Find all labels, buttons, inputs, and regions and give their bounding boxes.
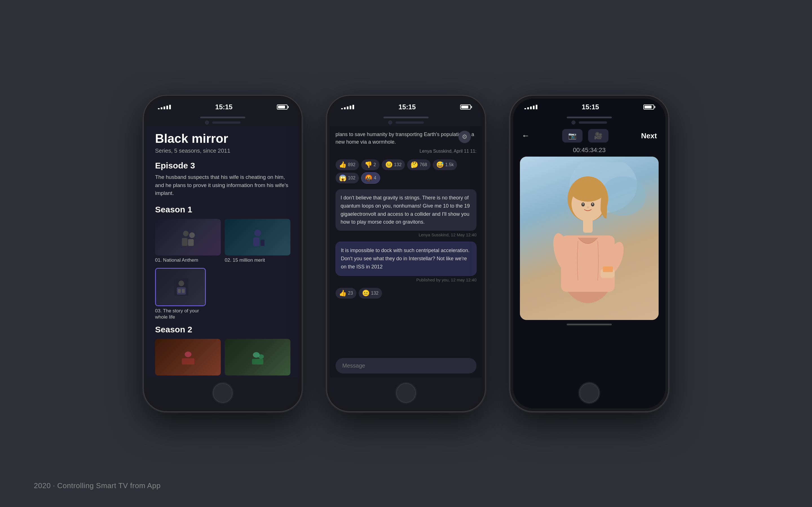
small-reaction-neutral[interactable]: 😐 132 (359, 288, 382, 298)
chat-input-area (330, 354, 482, 378)
reaction-thumbsup[interactable]: 👍 892 (336, 159, 359, 170)
svg-rect-16 (252, 359, 263, 364)
small-reaction-thumbsup[interactable]: 👍 23 (336, 288, 356, 298)
svg-rect-11 (182, 289, 185, 293)
battery-2 (460, 105, 471, 110)
episode-2-label: 02. 15 million merit (225, 257, 290, 263)
screen-content-2: plans to save humanity by transporting E… (330, 126, 482, 378)
status-time-1: 15:15 (215, 103, 232, 111)
svg-point-12 (185, 351, 192, 357)
episode-description: The husband suspects that his wife is ch… (155, 173, 290, 198)
episode-2-item[interactable]: 02. 15 million merit (225, 219, 290, 263)
svg-point-32 (592, 203, 593, 205)
chat-screen: plans to save humanity by transporting E… (330, 126, 482, 378)
partial-message-wrapper: plans to save humanity by transporting E… (336, 131, 476, 154)
scared-emoji: 😱 (339, 174, 347, 182)
episode-3-item[interactable]: 03. The story of your whole life (155, 268, 206, 320)
footer-separator: · (53, 482, 57, 490)
small-thumbsup-emoji: 👍 (339, 290, 347, 297)
front-camera-1 (205, 121, 209, 124)
season2-ep2-item[interactable] (225, 339, 290, 376)
ep3-thumbnail (156, 269, 206, 305)
home-button-area-1 (147, 378, 299, 408)
small-reactions-row: 👍 23 😐 132 (336, 287, 476, 300)
reaction-neutral[interactable]: 😐 132 (382, 159, 405, 170)
home-indicator-bar (567, 324, 612, 325)
partial-message-text: plans to save humanity by transporting E… (336, 131, 476, 147)
svg-point-28 (570, 179, 605, 202)
scared-count: 102 (348, 175, 356, 180)
home-indicator-3 (513, 320, 665, 331)
status-bar-3: 15:15 (513, 99, 665, 115)
home-button-2[interactable] (396, 383, 416, 403)
svg-rect-10 (178, 289, 181, 293)
sweat-count: 1.5k (445, 162, 454, 167)
svg-point-33 (587, 207, 589, 208)
season2-ep1-item[interactable] (155, 339, 221, 376)
footer-label: Controlling Smart TV from App (57, 482, 161, 490)
battery-1 (277, 105, 288, 110)
svg-point-15 (258, 354, 264, 359)
svg-rect-6 (260, 240, 264, 246)
notch-3 (513, 115, 665, 121)
message-input[interactable] (336, 358, 476, 374)
thumbsdown-count: 2 (373, 162, 376, 167)
message-1-bubble: I don't believe that gravity is strings.… (336, 189, 476, 231)
thumbsdown-emoji: 👎 (364, 161, 372, 168)
show-detail-screen: Black mirror Series, 5 seasons, since 20… (147, 126, 299, 378)
episodes-row-2: 03. The story of your whole life (155, 268, 290, 320)
ep2-thumbnail (225, 219, 290, 256)
svg-rect-2 (182, 238, 188, 246)
episode-1-label: 01. National Anthem (155, 257, 221, 263)
thinking-emoji: 🤔 (410, 161, 418, 168)
sweat-emoji: 😅 (436, 161, 444, 168)
signal-bar-3 (163, 107, 165, 109)
reaction-angry[interactable]: 🤬 4 (361, 172, 380, 184)
svg-rect-13 (182, 358, 194, 364)
signal-bar-2 (161, 107, 162, 109)
next-button[interactable]: Next (641, 131, 657, 140)
episode-2-thumb[interactable] (225, 219, 290, 256)
home-button-3[interactable] (579, 383, 599, 403)
partial-sender: Lenya Susskind, April 11 11: (336, 149, 476, 154)
status-bar-2: 15:15 (330, 99, 482, 115)
back-button[interactable]: ← (522, 131, 529, 140)
home-button-area-3 (513, 378, 665, 408)
camera-button[interactable]: 📷 (562, 129, 582, 143)
footer: 2020 · Controlling Smart TV from App (34, 482, 161, 490)
season2-row (155, 339, 290, 376)
home-button-1[interactable] (213, 383, 233, 403)
reaction-sweat[interactable]: 😅 1.5k (433, 159, 457, 170)
signal-bar-4 (166, 106, 168, 109)
status-time-3: 15:15 (581, 103, 599, 111)
photo-actions: 📷 🎥 (562, 129, 608, 143)
season2-title: Season 2 (155, 325, 290, 334)
episode-1-item[interactable]: 01. National Anthem (155, 219, 221, 263)
episode-3-thumb[interactable] (155, 268, 206, 306)
earpiece-3 (513, 121, 665, 126)
notch-1 (147, 115, 299, 121)
reaction-thumbsdown[interactable]: 👎 2 (361, 159, 379, 170)
small-neutral-emoji: 😐 (362, 290, 370, 297)
photo-screen: ← 📷 🎥 Next 00:45:34:23 (513, 126, 665, 378)
message-2-meta: Published by you, 12 may 12:40 (336, 277, 476, 282)
thumbsup-emoji: 👍 (339, 161, 347, 168)
battery-3 (644, 105, 654, 110)
reaction-thinking[interactable]: 🤔 768 (407, 159, 430, 170)
episodes-row-1: 01. National Anthem (155, 219, 290, 263)
svg-rect-26 (603, 267, 613, 272)
notch-2 (330, 115, 482, 121)
timer-display: 00:45:34:23 (513, 145, 665, 157)
svg-point-0 (183, 231, 189, 236)
message-1-container: I don't believe that gravity is strings.… (336, 189, 476, 237)
reaction-scared[interactable]: 😱 102 (336, 173, 359, 183)
signal-bar-5 (169, 105, 171, 109)
settings-button[interactable]: ⚙ (458, 131, 471, 143)
show-meta: Series, 5 seasons, since 2011 (155, 148, 290, 154)
episode-1-thumb[interactable] (155, 219, 221, 256)
episode-3-label: 03. The story of your whole life (155, 308, 206, 320)
thumbsup-count: 892 (348, 162, 356, 167)
signal-indicator-2 (341, 105, 354, 109)
video-button[interactable]: 🎥 (588, 129, 608, 143)
status-right-2 (460, 105, 471, 110)
